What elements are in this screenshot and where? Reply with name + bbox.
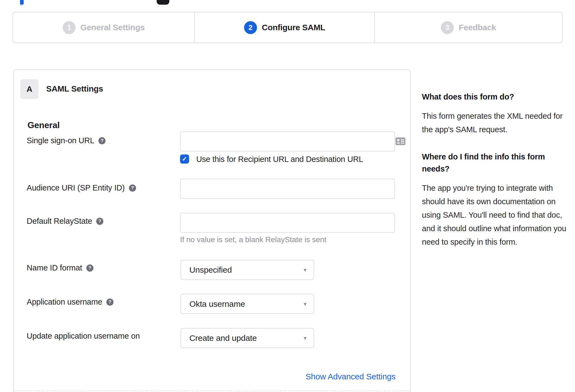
chevron-down-icon: ▾ bbox=[304, 335, 306, 341]
nameid-format-select[interactable]: Unspecified ▾ bbox=[181, 260, 314, 280]
sso-help-icon[interactable]: ? bbox=[98, 137, 106, 144]
nameid-help-icon[interactable]: ? bbox=[86, 264, 93, 272]
step-label: Feedback bbox=[459, 23, 496, 32]
sso-url-label: Single sign-on URL ? bbox=[27, 136, 106, 145]
step-label: Configure SAML bbox=[262, 23, 325, 32]
chevron-down-icon: ▾ bbox=[304, 266, 306, 273]
update-username-value: Create and update bbox=[189, 333, 257, 343]
step-feedback[interactable]: 3 Feedback bbox=[374, 12, 562, 43]
recipient-url-checkbox-label: Use this for Recipient URL and Destinati… bbox=[196, 155, 363, 164]
app-username-value: Okta username bbox=[189, 299, 245, 309]
audience-uri-input[interactable] bbox=[180, 179, 395, 199]
relaystate-helper-text: If no value is set, a blank RelayState i… bbox=[180, 235, 326, 244]
update-username-label: Update application username on bbox=[27, 332, 140, 341]
step-configure-saml[interactable]: 2 Configure SAML bbox=[194, 12, 374, 43]
clipped-title-fragment-dark bbox=[157, 0, 169, 5]
clipped-title-fragment-blue-tail bbox=[20, 4, 23, 6]
saml-settings-card: A SAML Settings General Single sign-on U… bbox=[13, 70, 411, 392]
relaystate-help-icon[interactable]: ? bbox=[96, 218, 103, 225]
sidebar-heading: Where do I find the info this form needs… bbox=[422, 151, 572, 175]
update-username-select[interactable]: Create and update ▾ bbox=[181, 328, 314, 348]
general-heading: General bbox=[27, 120, 60, 130]
sidebar-paragraph: The app you're trying to integrate with … bbox=[422, 181, 572, 249]
section-title: SAML Settings bbox=[46, 84, 103, 93]
sso-url-input[interactable] bbox=[180, 131, 395, 151]
app-username-label: Application username ? bbox=[27, 297, 114, 307]
nameid-format-value: Unspecified bbox=[189, 265, 232, 275]
nameid-format-label: Name ID format ? bbox=[27, 263, 93, 272]
sidebar-section: What does this form do? This form genera… bbox=[422, 91, 572, 136]
step-number-badge: 1 bbox=[63, 21, 76, 34]
sidebar-paragraph: This form generates the XML needed for t… bbox=[422, 109, 572, 136]
sidebar-section: Where do I find the info this form needs… bbox=[422, 151, 572, 249]
step-label: General Settings bbox=[81, 23, 145, 32]
step-number-badge: 3 bbox=[441, 21, 454, 34]
show-advanced-settings-link[interactable]: Show Advanced Settings bbox=[180, 372, 396, 381]
relaystate-input[interactable] bbox=[180, 213, 395, 233]
appusername-help-icon[interactable]: ? bbox=[106, 299, 114, 306]
recipient-url-checkbox[interactable]: ✓ bbox=[180, 154, 189, 164]
section-divider-dashed bbox=[14, 391, 410, 391]
relaystate-label: Default RelayState ? bbox=[27, 217, 103, 226]
audience-help-icon[interactable]: ? bbox=[129, 184, 136, 192]
help-sidebar: What does this form do? This form genera… bbox=[422, 91, 572, 249]
audience-uri-label: Audience URI (SP Entity ID) ? bbox=[27, 183, 136, 192]
sidebar-heading: What does this form do? bbox=[422, 91, 572, 103]
wizard-stepper: 1 General Settings 2 Configure SAML 3 Fe… bbox=[12, 12, 563, 43]
contact-card-icon bbox=[395, 137, 406, 145]
section-a-badge: A bbox=[20, 79, 38, 99]
app-username-select[interactable]: Okta username ▾ bbox=[181, 294, 314, 314]
step-general-settings[interactable]: 1 General Settings bbox=[13, 12, 194, 43]
step-number-badge: 2 bbox=[244, 21, 257, 34]
chevron-down-icon: ▾ bbox=[304, 300, 306, 307]
clipped-title-fragment-blue bbox=[20, 0, 24, 4]
